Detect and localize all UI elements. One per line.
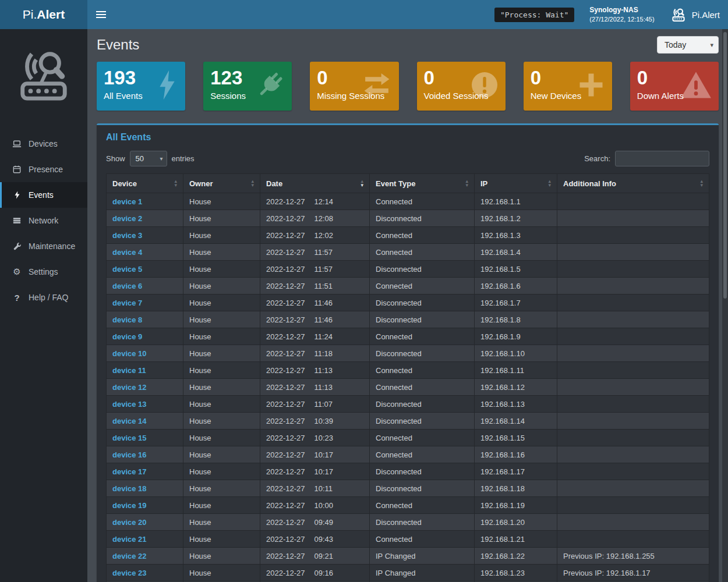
- owner-cell: House: [183, 311, 260, 328]
- device-link[interactable]: device 19: [112, 501, 147, 510]
- column-header-device[interactable]: Device▴▾: [107, 174, 183, 193]
- device-link[interactable]: device 11: [112, 366, 146, 375]
- event-type-cell: Connected: [370, 497, 475, 514]
- owner-cell: House: [183, 531, 260, 548]
- brand-suffix: Alert: [37, 8, 65, 22]
- date-cell: 2022-12-2710:17: [260, 463, 370, 480]
- date-cell: 2022-12-2711:07: [260, 396, 370, 413]
- owner-cell: House: [183, 345, 260, 362]
- owner-cell: House: [183, 278, 260, 294]
- sidebar-item-events[interactable]: Events: [0, 182, 87, 208]
- date-cell: 2022-12-2711:57: [260, 261, 370, 278]
- date-cell: 2022-12-2710:00: [260, 497, 370, 514]
- device-link[interactable]: device 17: [112, 467, 147, 476]
- gear-icon: ⚙: [11, 267, 23, 277]
- ip-cell: 192.168.1.22: [475, 548, 557, 565]
- column-header-ip[interactable]: IP▴▾: [475, 174, 557, 193]
- navbar-right-cluster: "Process: Wait" Synology-NAS (27/12/2022…: [494, 0, 728, 29]
- vertical-scrollbar[interactable]: [722, 29, 728, 582]
- event-type-cell: Connected: [370, 244, 475, 261]
- device-link[interactable]: device 23: [112, 569, 147, 577]
- sort-icon: ▴▾: [700, 179, 703, 187]
- all-events-panel: All Events Show 50 ▾ entries Search:: [97, 123, 719, 582]
- entries-label: entries: [172, 154, 195, 163]
- table-row: device 1House2022-12-2712:14Connected192…: [107, 193, 709, 210]
- summary-cards: 193 All Events 123 Sessions 0 Missing Se…: [97, 62, 719, 111]
- sidebar-item-devices[interactable]: Devices: [0, 131, 87, 157]
- info-cell: [557, 345, 709, 362]
- sidebar-item-label: Network: [29, 216, 58, 225]
- info-cell: [557, 413, 709, 430]
- owner-cell: House: [183, 548, 260, 565]
- device-link[interactable]: device 3: [112, 231, 142, 240]
- exclamation-circle-icon: [471, 71, 499, 101]
- ip-cell: 192.168.1.13: [475, 396, 557, 413]
- hamburger-menu-icon[interactable]: [87, 0, 114, 29]
- plug-icon: [255, 70, 285, 102]
- process-status-badge: "Process: Wait": [494, 8, 574, 22]
- ip-cell: 192.168.1.1: [475, 193, 557, 210]
- bolt-icon: [11, 191, 23, 199]
- info-cell: [557, 379, 709, 396]
- ip-cell: 192.168.1.14: [475, 413, 557, 430]
- device-link[interactable]: device 7: [112, 299, 142, 307]
- device-link[interactable]: device 15: [112, 434, 147, 442]
- event-type-cell: Connected: [370, 278, 475, 294]
- device-link[interactable]: device 1: [112, 197, 142, 206]
- table-row: device 22House2022-12-2709:21IP Changed1…: [107, 548, 709, 565]
- sidebar-item-settings[interactable]: ⚙ Settings: [0, 259, 87, 285]
- info-cell: [557, 278, 709, 294]
- device-link[interactable]: device 2: [112, 214, 142, 223]
- chevron-down-icon: ▾: [710, 41, 713, 49]
- sidebar-item-label: Presence: [29, 165, 63, 174]
- event-type-cell: IP Changed: [370, 548, 475, 565]
- device-link[interactable]: device 9: [112, 332, 142, 341]
- sidebar-item-help[interactable]: ? Help / FAQ: [0, 285, 87, 310]
- sidebar-item-presence[interactable]: Presence: [0, 157, 87, 182]
- table-row: device 12House2022-12-2711:13Connected19…: [107, 379, 709, 396]
- ip-cell: 192.168.1.15: [475, 430, 557, 446]
- device-link[interactable]: device 4: [112, 248, 142, 257]
- warning-triangle-icon: [680, 71, 712, 101]
- host-timestamp: (27/12/2022, 12:15:45): [589, 15, 654, 24]
- event-type-cell: Disconnected: [370, 514, 475, 531]
- column-header-additional-info[interactable]: Additional Info▴▾: [557, 174, 709, 193]
- column-header-event-type[interactable]: Event Type▴▾: [370, 174, 475, 193]
- sort-icon: ▴▾: [465, 179, 468, 187]
- device-link[interactable]: device 14: [112, 417, 147, 425]
- owner-cell: House: [183, 379, 260, 396]
- device-link[interactable]: device 6: [112, 282, 142, 290]
- device-link[interactable]: device 13: [112, 400, 147, 409]
- sidebar-item-network[interactable]: Network: [0, 208, 87, 233]
- device-link[interactable]: device 20: [112, 518, 147, 527]
- period-select[interactable]: Today ▾: [657, 36, 719, 54]
- device-link[interactable]: device 8: [112, 315, 142, 324]
- device-cell: device 11: [107, 362, 183, 379]
- device-link[interactable]: device 5: [112, 265, 142, 274]
- scrollbar-thumb[interactable]: [723, 32, 727, 299]
- date-cell: 2022-12-2710:11: [260, 480, 370, 497]
- page-size-select[interactable]: 50 ▾: [130, 151, 167, 166]
- table-row: device 3House2022-12-2712:02Connected192…: [107, 227, 709, 244]
- sidebar-item-maintenance[interactable]: Maintenance: [0, 233, 87, 259]
- search-input[interactable]: [615, 151, 709, 166]
- device-link[interactable]: device 22: [112, 552, 147, 560]
- column-header-owner[interactable]: Owner▴▾: [183, 174, 260, 193]
- brand-logo[interactable]: Pi.Alert: [0, 0, 87, 29]
- device-cell: device 1: [107, 193, 183, 210]
- device-link[interactable]: device 16: [112, 450, 147, 459]
- table-row: device 16House2022-12-2710:17Connected19…: [107, 446, 709, 463]
- info-cell: [557, 396, 709, 413]
- ip-cell: 192.168.1.6: [475, 278, 557, 294]
- device-link[interactable]: device 21: [112, 535, 147, 544]
- device-cell: device 4: [107, 244, 183, 261]
- device-link[interactable]: device 10: [112, 349, 147, 358]
- host-name: Synology-NAS: [589, 5, 654, 15]
- column-header-date[interactable]: Date▴▾: [260, 174, 370, 193]
- table-controls: Show 50 ▾ entries Search:: [106, 151, 709, 166]
- sidebar-item-label: Maintenance: [29, 242, 75, 251]
- device-link[interactable]: device 12: [112, 383, 147, 392]
- table-row: device 7House2022-12-2711:46Disconnected…: [107, 294, 709, 311]
- event-type-cell: Disconnected: [370, 294, 475, 311]
- device-link[interactable]: device 18: [112, 484, 147, 493]
